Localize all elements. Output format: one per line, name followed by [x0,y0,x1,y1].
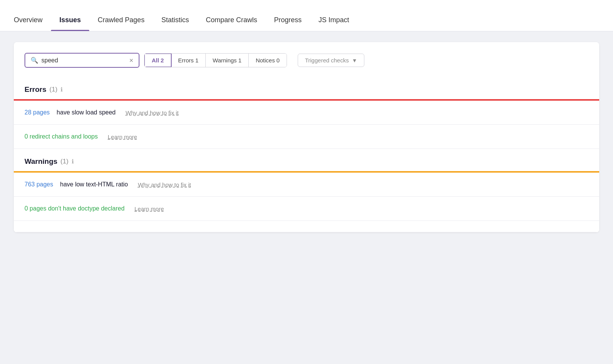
nav-item-statistics[interactable]: Statistics [153,16,197,31]
filter-buttons: All 2 Errors 1 Warnings 1 Notices 0 [144,53,287,67]
filter-notices-count: 0 [277,57,280,64]
filter-errors-label: Errors [178,57,194,64]
filter-all-count: 2 [161,57,164,64]
errors-section-header: Errors (1) ℹ [14,77,599,99]
warnings-info-icon[interactable]: ℹ [72,158,74,165]
warning-row-doctype: 0 pages don't have doctype declared Lear… [14,197,599,221]
trailing-row [14,221,599,232]
warning-row-text-html: 763 pages have low text-HTML ratio Why a… [14,173,599,197]
filter-notices-label: Notices [256,57,275,64]
filter-errors-count: 1 [195,57,198,64]
errors-info-icon[interactable]: ℹ [61,86,63,93]
text-html-fix-link[interactable]: Why and how to fix it [138,181,191,188]
clear-search-button[interactable]: × [129,57,133,64]
filter-warnings-button[interactable]: Warnings 1 [206,54,249,67]
nav-item-crawled-pages[interactable]: Crawled Pages [89,16,153,31]
errors-count: (1) [49,86,57,93]
warnings-section-header: Warnings (1) ℹ [14,149,599,171]
search-icon: 🔍 [31,57,38,64]
nav-item-compare-crawls[interactable]: Compare Crawls [197,16,266,31]
nav-item-js-impact[interactable]: JS Impact [310,16,357,31]
nav-item-issues[interactable]: Issues [51,16,89,31]
slow-load-pages-link[interactable]: 28 pages [25,109,50,116]
slow-load-description: have slow load speed [57,109,116,116]
nav-item-overview[interactable]: Overview [14,16,51,31]
filter-warnings-count: 1 [238,57,241,64]
filter-warnings-label: Warnings [213,57,237,64]
redirect-chains-learn-more[interactable]: Learn more [108,134,137,140]
search-input[interactable] [41,57,126,64]
text-html-description: have low text-HTML ratio [60,181,128,188]
warnings-count: (1) [61,158,69,165]
triggered-checks-label: Triggered checks [305,57,349,64]
filter-notices-button[interactable]: Notices 0 [249,54,287,67]
filter-bar: 🔍 × All 2 Errors 1 Warnings 1 [14,42,599,77]
filter-all-button[interactable]: All 2 [144,53,172,67]
triggered-checks-button[interactable]: Triggered checks ▼ [298,54,364,67]
text-html-pages-link[interactable]: 763 pages [25,181,53,188]
error-row-slow-load: 28 pages have slow load speed Why and ho… [14,101,599,125]
nav-item-progress[interactable]: Progress [266,16,310,31]
filter-errors-button[interactable]: Errors 1 [171,54,206,67]
doctype-learn-more[interactable]: Learn more [134,206,164,212]
error-row-redirect-chains: 0 redirect chains and loops Learn more [14,125,599,149]
main-content: 🔍 × All 2 Errors 1 Warnings 1 [0,31,613,243]
warnings-title: Warnings [25,157,57,166]
doctype-link[interactable]: 0 pages don't have doctype declared [25,205,125,212]
chevron-down-icon: ▼ [352,57,357,64]
filter-all-label: All [152,57,159,64]
slow-load-fix-link[interactable]: Why and how to fix it [126,109,179,116]
errors-title: Errors [25,85,46,94]
search-box[interactable]: 🔍 × [25,53,139,68]
redirect-chains-link[interactable]: 0 redirect chains and loops [25,133,98,140]
nav-bar: Overview Issues Crawled Pages Statistics… [0,0,613,31]
issues-card: 🔍 × All 2 Errors 1 Warnings 1 [14,42,599,232]
